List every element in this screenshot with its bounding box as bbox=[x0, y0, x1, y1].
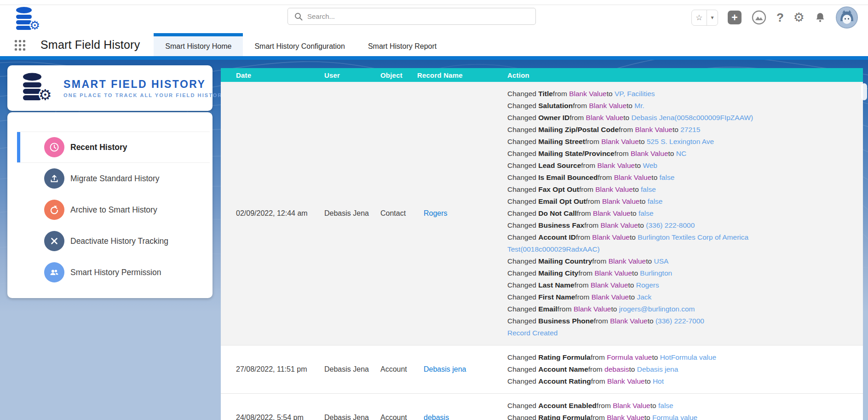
redo-icon bbox=[44, 200, 64, 220]
favorites-dropdown-icon[interactable]: ▾ bbox=[707, 10, 718, 25]
word-to: to bbox=[628, 281, 636, 289]
sidebar-item-migrate-standard-history[interactable]: Migrate Standard History bbox=[17, 163, 210, 194]
word-from: from bbox=[619, 126, 635, 133]
field-name: Lead Source bbox=[538, 161, 581, 169]
field-name: Salutation bbox=[538, 102, 573, 109]
global-header: ⚙ ☆ ▾ + ? ⚙ bbox=[0, 0, 868, 56]
word-to: to bbox=[631, 209, 638, 217]
word-from: from bbox=[553, 90, 569, 98]
action-line: Changed Rating Formulafrom Blank Valueto… bbox=[507, 412, 842, 420]
old-value: Blank Value bbox=[610, 317, 648, 325]
tab-smart-history-report[interactable]: Smart History Report bbox=[356, 33, 448, 56]
word-to: to bbox=[635, 161, 643, 169]
app-nav-bar: Smart Field History Smart History HomeSm… bbox=[0, 33, 868, 56]
action-plain-text: Record Created bbox=[507, 329, 558, 337]
word-from: from bbox=[569, 114, 586, 121]
cell-object: Account bbox=[380, 414, 417, 420]
sidebar-item-deactivate-history-tracking[interactable]: Deactivate History Tracking bbox=[17, 225, 210, 257]
sidebar-item-archive-to-smart-history[interactable]: Archive to Smart History bbox=[17, 194, 210, 225]
record-name-link[interactable]: Rogers bbox=[424, 209, 448, 217]
word-from: from bbox=[575, 293, 591, 301]
brand-text: SMART FIELD HISTORY ONE PLACE TO TRACK A… bbox=[63, 78, 227, 98]
user-avatar[interactable] bbox=[836, 6, 858, 29]
field-name: Fax Opt Out bbox=[538, 185, 579, 193]
field-name: Email Opt Out bbox=[538, 197, 586, 205]
word-changed: Changed bbox=[507, 402, 538, 409]
old-value: Blank Value bbox=[613, 402, 650, 409]
new-value: false bbox=[638, 209, 654, 217]
word-to: to bbox=[629, 365, 637, 373]
upload-icon bbox=[44, 168, 64, 189]
sidebar-item-label: Migrate Standard History bbox=[70, 174, 160, 184]
trailhead-icon[interactable] bbox=[751, 10, 767, 25]
vertical-scrollbar-thumb[interactable] bbox=[861, 83, 867, 100]
search-icon bbox=[294, 12, 303, 21]
setup-gear-icon[interactable]: ⚙ bbox=[793, 10, 805, 25]
word-to: to bbox=[651, 173, 659, 181]
word-changed: Changed bbox=[507, 377, 538, 385]
cell-action: Changed Account Enabledfrom Blank Valuet… bbox=[507, 394, 863, 420]
quick-create-plus-icon[interactable]: + bbox=[728, 11, 742, 24]
cell-record-name: Rogers bbox=[417, 209, 507, 218]
word-from: from bbox=[581, 161, 597, 169]
cell-action: Changed Titlefrom Blank Valueto VP, Faci… bbox=[507, 82, 863, 345]
app-launcher-waffle-icon[interactable] bbox=[14, 39, 25, 51]
column-header-date: Date bbox=[221, 71, 324, 79]
old-value: Blank Value bbox=[592, 233, 630, 241]
old-value: Blank Value bbox=[574, 305, 611, 313]
history-table[interactable]: DateUserObjectRecord NameAction 02/09/20… bbox=[221, 68, 863, 420]
field-name: Title bbox=[538, 90, 553, 98]
word-changed: Changed bbox=[507, 293, 538, 301]
brand-logo-icon: ⚙ bbox=[19, 71, 53, 105]
action-line: Changed Emailfrom Blank Valueto jrogers@… bbox=[507, 303, 842, 315]
help-icon[interactable]: ? bbox=[776, 11, 784, 25]
new-value: Web bbox=[643, 161, 657, 169]
old-value: Blank Value bbox=[607, 377, 645, 385]
cell-record-name: debasis bbox=[417, 414, 507, 420]
word-to: to bbox=[633, 185, 641, 193]
old-value: Blank Value bbox=[589, 102, 627, 109]
action-line: Changed Fax Opt Outfrom Blank Valueto fa… bbox=[507, 184, 842, 196]
notifications-bell-icon[interactable] bbox=[814, 12, 826, 23]
sidebar-item-smart-history-permission[interactable]: Smart History Permission bbox=[17, 257, 210, 288]
tab-smart-history-configuration[interactable]: Smart History Configuration bbox=[243, 33, 356, 56]
action-line: Changed Owner IDfrom Blank Valueto Debas… bbox=[507, 112, 842, 124]
record-name-link[interactable]: debasis bbox=[424, 414, 449, 420]
word-from: from bbox=[584, 221, 600, 229]
search-input[interactable] bbox=[307, 12, 519, 20]
record-name-link[interactable]: Debasis jena bbox=[424, 365, 466, 373]
app-logo-icon: ⚙ bbox=[13, 6, 40, 34]
word-from: from bbox=[592, 257, 608, 265]
word-from: from bbox=[579, 185, 595, 193]
clock-icon bbox=[44, 137, 64, 157]
action-line: Changed Account Enabledfrom Blank Valuet… bbox=[507, 400, 842, 412]
action-line: Changed Account Namefrom debasisto Debas… bbox=[507, 363, 842, 375]
word-from: from bbox=[591, 414, 607, 420]
word-to: to bbox=[648, 317, 655, 325]
new-value: Jack bbox=[637, 293, 651, 301]
field-name: Mailing Street bbox=[538, 138, 585, 145]
old-value: Blank Value bbox=[602, 197, 640, 205]
new-value: (336) 222-7000 bbox=[655, 317, 704, 325]
word-to: to bbox=[646, 257, 654, 265]
word-to: to bbox=[632, 269, 640, 277]
action-line: Changed Business Faxfrom Blank Valueto (… bbox=[507, 219, 842, 231]
favorites-star-icon[interactable]: ☆ bbox=[692, 10, 707, 25]
word-changed: Changed bbox=[507, 126, 538, 133]
word-changed: Changed bbox=[507, 150, 538, 157]
word-from: from bbox=[597, 402, 613, 409]
field-name: Account ID bbox=[538, 233, 576, 241]
word-to: to bbox=[638, 221, 646, 229]
sidebar-item-label: Smart History Permission bbox=[70, 268, 161, 277]
word-from: from bbox=[591, 353, 607, 361]
tab-smart-history-home[interactable]: Smart History Home bbox=[154, 33, 243, 56]
field-name: Is Email Bounced bbox=[538, 173, 598, 181]
sidebar-item-recent-history[interactable]: Recent History bbox=[17, 132, 210, 163]
new-value: 27215 bbox=[680, 126, 700, 133]
app-title: Smart Field History bbox=[40, 38, 140, 52]
old-value: Blank Value bbox=[601, 138, 639, 145]
old-value: Blank Value bbox=[614, 173, 652, 181]
favorites-split-button: ☆ ▾ bbox=[691, 10, 718, 26]
new-value: Hot bbox=[653, 377, 664, 385]
table-row: 27/08/2022, 11:51 pmDebasis JenaAccountD… bbox=[221, 345, 863, 394]
